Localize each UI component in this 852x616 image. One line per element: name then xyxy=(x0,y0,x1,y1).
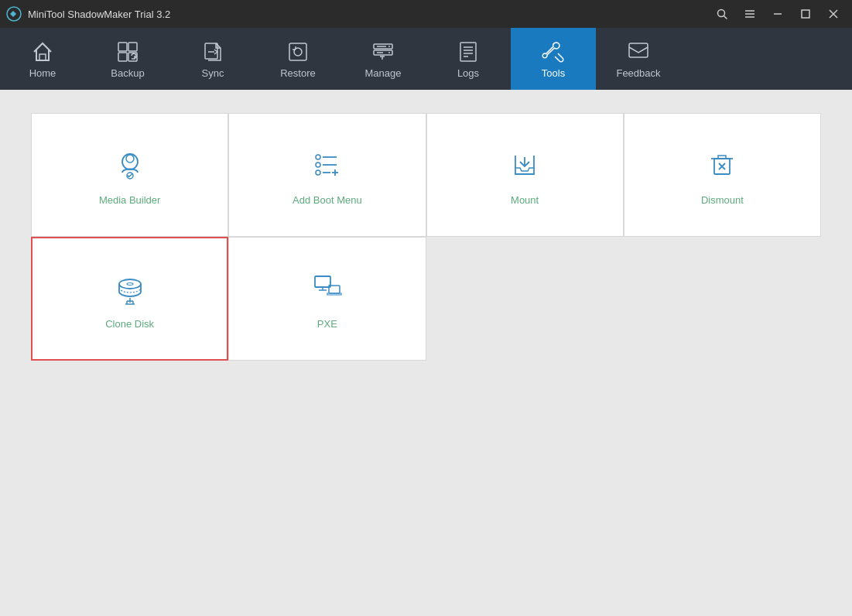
nav-tools[interactable]: Tools xyxy=(511,28,596,90)
tools-icon xyxy=(541,39,566,64)
pxe-label: PXE xyxy=(317,318,337,330)
empty-cell-1 xyxy=(426,237,624,361)
app-logo-icon xyxy=(6,6,22,22)
navbar: Home Backup Sync Restore xyxy=(0,28,852,90)
tools-row-1: Media Builder Add Boot Menu Mount xyxy=(31,113,821,237)
tool-card-pxe[interactable]: PXE xyxy=(228,237,426,361)
manage-icon xyxy=(371,39,395,64)
svg-point-44 xyxy=(119,279,141,289)
logs-icon xyxy=(456,39,481,64)
dismount-label: Dismount xyxy=(701,194,744,206)
svg-rect-25 xyxy=(460,43,476,61)
svg-point-24 xyxy=(388,52,390,53)
pxe-icon xyxy=(307,269,347,309)
home-icon xyxy=(30,39,55,64)
svg-point-34 xyxy=(316,155,320,159)
svg-point-45 xyxy=(127,282,133,285)
tool-card-add-boot-menu[interactable]: Add Boot Menu xyxy=(228,113,426,237)
nav-feedback-label: Feedback xyxy=(616,67,660,79)
svg-rect-12 xyxy=(118,43,127,51)
maximize-icon xyxy=(799,8,812,20)
backup-icon xyxy=(115,39,140,64)
mount-label: Mount xyxy=(511,194,539,206)
svg-rect-14 xyxy=(118,53,127,61)
svg-point-23 xyxy=(388,46,390,47)
app-title: MiniTool ShadowMaker Trial 3.2 xyxy=(28,9,170,20)
nav-restore-label: Restore xyxy=(280,67,316,79)
nav-manage[interactable]: Manage xyxy=(340,28,426,90)
svg-rect-51 xyxy=(315,276,330,287)
sync-icon xyxy=(200,39,225,64)
svg-rect-11 xyxy=(39,54,46,60)
add-boot-menu-icon xyxy=(307,145,347,185)
svg-point-32 xyxy=(126,155,134,163)
titlebar: MiniTool ShadowMaker Trial 3.2 xyxy=(0,0,852,28)
menu-button[interactable] xyxy=(737,5,762,23)
clone-disk-label: Clone Disk xyxy=(105,318,154,330)
tool-card-media-builder[interactable]: Media Builder xyxy=(31,113,228,237)
titlebar-controls xyxy=(710,5,846,23)
svg-point-31 xyxy=(122,154,138,169)
clone-disk-icon xyxy=(110,269,150,309)
svg-rect-8 xyxy=(802,10,809,18)
svg-rect-13 xyxy=(128,43,137,51)
empty-cell-2 xyxy=(624,237,821,361)
nav-logs-label: Logs xyxy=(457,67,479,79)
nav-restore[interactable]: Restore xyxy=(255,28,340,90)
maximize-button[interactable] xyxy=(793,5,818,23)
svg-rect-17 xyxy=(289,43,306,60)
nav-manage-label: Manage xyxy=(365,67,402,79)
minimize-icon xyxy=(772,8,784,20)
search-button[interactable] xyxy=(710,5,734,23)
titlebar-left: MiniTool ShadowMaker Trial 3.2 xyxy=(6,6,170,22)
svg-rect-30 xyxy=(629,43,648,57)
nav-backup-label: Backup xyxy=(111,67,144,79)
feedback-icon xyxy=(626,39,651,64)
nav-backup[interactable]: Backup xyxy=(85,28,170,90)
nav-home-label: Home xyxy=(29,67,56,79)
media-builder-label: Media Builder xyxy=(99,194,161,206)
mount-icon xyxy=(505,145,545,185)
nav-home[interactable]: Home xyxy=(0,28,85,90)
hamburger-icon xyxy=(744,8,756,20)
svg-point-1 xyxy=(12,12,15,15)
close-button[interactable] xyxy=(821,5,846,23)
tools-row-2: Clone Disk PXE xyxy=(31,237,821,361)
nav-sync[interactable]: Sync xyxy=(170,28,255,90)
svg-point-38 xyxy=(316,170,320,175)
media-builder-icon xyxy=(110,145,150,185)
restore-icon xyxy=(286,39,310,64)
nav-feedback[interactable]: Feedback xyxy=(596,28,681,90)
nav-tools-label: Tools xyxy=(542,67,565,79)
main-content: Media Builder Add Boot Menu Mount xyxy=(0,90,852,616)
tool-card-dismount[interactable]: Dismount xyxy=(624,113,821,237)
nav-sync-label: Sync xyxy=(202,67,224,79)
close-icon xyxy=(827,8,840,20)
svg-line-3 xyxy=(724,16,727,19)
nav-logs[interactable]: Logs xyxy=(426,28,511,90)
dismount-icon xyxy=(702,145,742,185)
search-icon xyxy=(716,8,728,20)
minimize-button[interactable] xyxy=(765,5,790,23)
add-boot-menu-label: Add Boot Menu xyxy=(293,194,362,206)
tool-card-clone-disk[interactable]: Clone Disk xyxy=(31,237,228,361)
svg-point-36 xyxy=(316,163,320,167)
tool-card-mount[interactable]: Mount xyxy=(426,113,624,237)
